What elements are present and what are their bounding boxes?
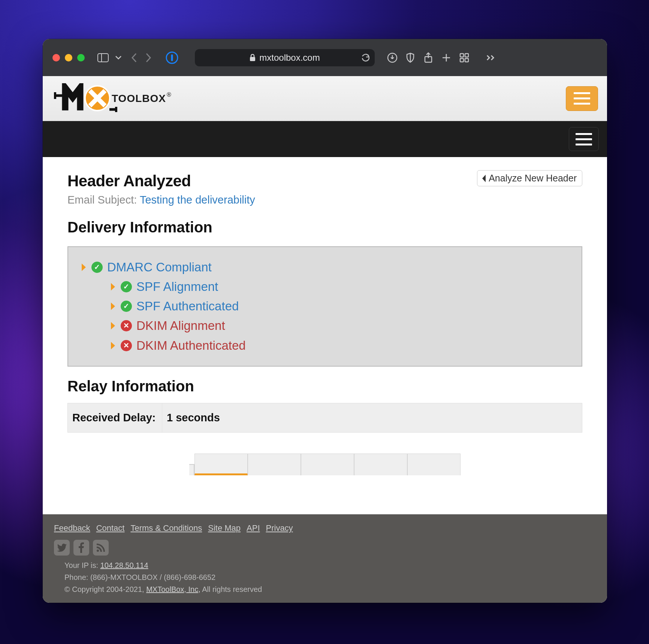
- shield-icon[interactable]: [404, 51, 417, 64]
- new-tab-icon[interactable]: [440, 51, 453, 64]
- footer-copyright-post: All rights reserved: [200, 585, 262, 593]
- svg-rect-8: [460, 54, 464, 57]
- svg-rect-17: [115, 107, 117, 112]
- delivery-item-link[interactable]: SPF Alignment: [136, 277, 218, 297]
- back-button[interactable]: [131, 53, 137, 63]
- x-icon: ✕: [121, 340, 132, 351]
- relay-delay-value: 1 seconds: [162, 403, 582, 432]
- svg-rect-11: [465, 58, 468, 62]
- delivery-row: ✓SPF Authenticated: [110, 297, 569, 316]
- delivery-row: ✓SPF Alignment: [110, 277, 569, 297]
- svg-rect-9: [465, 54, 468, 57]
- email-subject-label: Email Subject:: [67, 194, 140, 206]
- nav-buttons: [131, 53, 151, 63]
- close-window-button[interactable]: [52, 54, 60, 61]
- check-icon: ✓: [91, 262, 103, 273]
- check-icon: ✓: [121, 281, 132, 292]
- footer-link[interactable]: Feedback: [54, 523, 90, 533]
- relay-tab-3[interactable]: [301, 454, 354, 475]
- delivery-item-link[interactable]: SPF Authenticated: [136, 297, 239, 316]
- relay-tabs: [67, 454, 582, 475]
- delivery-item-link[interactable]: DMARC Compliant: [107, 258, 212, 277]
- email-subject-link[interactable]: Testing the deliverability: [140, 194, 255, 206]
- svg-rect-4: [250, 57, 255, 61]
- facebook-icon[interactable]: [73, 540, 89, 556]
- chevron-right-icon[interactable]: [110, 302, 116, 310]
- window-controls: [52, 54, 85, 61]
- footer-company-link[interactable]: MXToolBox, Inc,: [146, 585, 200, 593]
- footer-social: [54, 540, 596, 556]
- footer-links: FeedbackContactTerms & ConditionsSite Ma…: [54, 523, 596, 533]
- tab-stub: [189, 464, 194, 475]
- delivery-item-link[interactable]: DKIM Alignment: [136, 316, 225, 335]
- site-footer: FeedbackContactTerms & ConditionsSite Ma…: [43, 514, 607, 603]
- chevron-left-icon: [481, 174, 486, 183]
- main-content: Header Analyzed Email Subject: Testing t…: [43, 157, 607, 475]
- browser-window: mxtoolbox.com: [43, 39, 607, 603]
- chevron-right-icon[interactable]: [81, 263, 87, 271]
- primary-menu-button[interactable]: [566, 86, 598, 111]
- logo-registered: ®: [167, 91, 171, 98]
- chevron-down-icon[interactable]: [115, 51, 122, 64]
- lock-icon: [250, 54, 256, 61]
- overflow-icon[interactable]: [485, 51, 498, 64]
- sidebar-toggle-icon[interactable]: [97, 51, 109, 64]
- footer-ip-link[interactable]: 104.28.50.114: [100, 561, 148, 569]
- address-bar[interactable]: mxtoolbox.com: [195, 49, 375, 66]
- analyze-button-label: Analyze New Header: [489, 173, 577, 184]
- rss-icon[interactable]: [93, 540, 109, 556]
- mxtoolbox-logo[interactable]: TOOLBOX ®: [54, 83, 171, 114]
- chevron-right-icon[interactable]: [110, 341, 116, 350]
- svg-rect-13: [54, 92, 56, 99]
- delivery-info-heading: Delivery Information: [67, 219, 582, 236]
- x-icon: ✕: [121, 320, 132, 331]
- analyze-new-header-button[interactable]: Analyze New Header: [477, 170, 582, 186]
- secondary-menu-button[interactable]: [569, 127, 599, 151]
- footer-meta: Your IP is: 104.28.50.114 Phone: (866)-M…: [64, 559, 596, 595]
- browser-toolbar: mxtoolbox.com: [43, 39, 607, 76]
- delivery-row: ✕DKIM Alignment: [110, 316, 569, 335]
- url-host: mxtoolbox.com: [259, 52, 320, 63]
- svg-rect-3: [171, 54, 173, 61]
- relay-tab-5[interactable]: [407, 454, 461, 475]
- site-header: TOOLBOX ®: [43, 76, 607, 121]
- relay-tab-4[interactable]: [354, 454, 407, 475]
- footer-link[interactable]: Site Map: [208, 523, 241, 533]
- relay-tab-2[interactable]: [248, 454, 301, 475]
- footer-link[interactable]: Terms & Conditions: [130, 523, 202, 533]
- downloads-icon[interactable]: [386, 51, 399, 64]
- svg-point-18: [97, 550, 99, 552]
- fullscreen-window-button[interactable]: [77, 54, 85, 61]
- footer-link[interactable]: API: [247, 523, 260, 533]
- delivery-row: ✕DKIM Authenticated: [110, 336, 569, 355]
- footer-link[interactable]: Privacy: [266, 523, 293, 533]
- delivery-item-link[interactable]: DKIM Authenticated: [136, 336, 246, 355]
- relay-tab-1[interactable]: [194, 454, 248, 475]
- svg-rect-0: [98, 54, 108, 62]
- tab-overview-icon[interactable]: [458, 51, 471, 64]
- footer-phone: Phone: (866)-MXTOOLBOX / (866)-698-6652: [64, 571, 596, 583]
- check-icon: ✓: [121, 301, 132, 312]
- relay-delay-label: Received Delay:: [68, 403, 162, 432]
- secondary-nav-bar: [43, 121, 607, 157]
- delivery-info-box: ✓DMARC Compliant✓SPF Alignment✓SPF Authe…: [67, 246, 582, 367]
- footer-ip-label: Your IP is:: [64, 561, 100, 569]
- onepassword-icon[interactable]: [166, 51, 178, 64]
- twitter-icon[interactable]: [54, 540, 70, 556]
- chevron-right-icon[interactable]: [110, 283, 116, 291]
- svg-rect-10: [460, 58, 464, 62]
- forward-button[interactable]: [146, 53, 151, 63]
- share-icon[interactable]: [422, 51, 435, 64]
- delivery-row: ✓DMARC Compliant: [81, 258, 569, 277]
- relay-table: Received Delay: 1 seconds: [67, 403, 582, 433]
- relay-info-heading: Relay Information: [67, 378, 582, 395]
- email-subject-line: Email Subject: Testing the deliverabilit…: [67, 194, 582, 206]
- reload-icon[interactable]: [361, 53, 369, 62]
- minimize-window-button[interactable]: [65, 54, 72, 61]
- logo-text: TOOLBOX: [112, 93, 166, 105]
- chevron-right-icon[interactable]: [110, 322, 116, 330]
- footer-copyright-pre: © Copyright 2004-2021,: [64, 585, 146, 593]
- footer-link[interactable]: Contact: [96, 523, 125, 533]
